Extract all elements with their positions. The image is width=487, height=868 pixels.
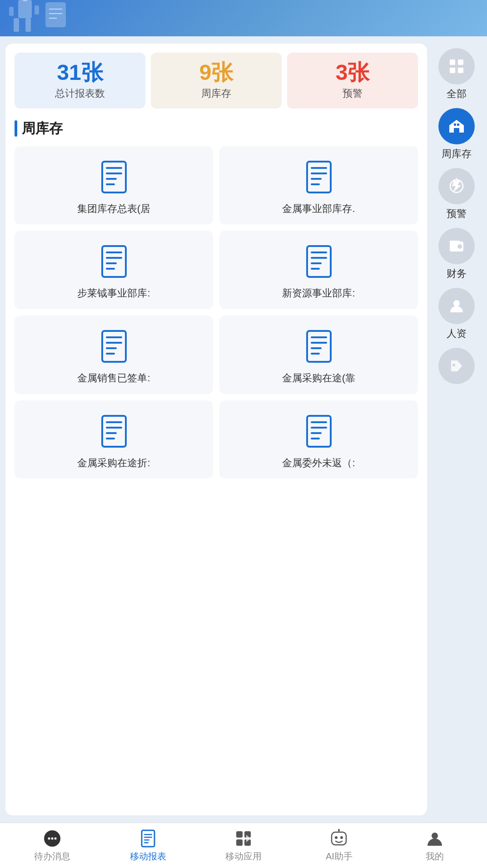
svg-rect-20 (102, 246, 126, 277)
stat-number-alert: 3张 (293, 61, 412, 85)
svg-rect-35 (307, 331, 331, 362)
nav-item-ai[interactable]: AI助手 (291, 829, 387, 863)
svg-rect-72 (144, 842, 149, 843)
sidebar-circle-finance (438, 228, 475, 264)
section-header: 周库存 (15, 119, 418, 138)
svg-rect-52 (450, 68, 455, 73)
bottom-nav: 待办消息 移动报表 移动应用 (0, 823, 487, 868)
stat-card-total[interactable]: 31张 总计报表数 (15, 53, 145, 108)
report-name-4: 新资源事业部库: (282, 287, 355, 300)
svg-rect-53 (458, 68, 463, 73)
sidebar-item-alert[interactable]: 预警 (438, 168, 475, 221)
report-icon-5 (98, 328, 130, 365)
svg-rect-43 (106, 432, 117, 434)
report-item[interactable]: 新资源事业部库: (219, 231, 418, 309)
svg-rect-60 (457, 244, 462, 249)
chat-icon (42, 829, 62, 848)
svg-point-65 (48, 838, 50, 840)
report-item[interactable]: 金属事业部库存. (219, 146, 418, 225)
svg-rect-23 (106, 262, 117, 264)
ai-icon (329, 829, 349, 848)
svg-rect-47 (311, 427, 327, 429)
apps-icon (234, 829, 253, 848)
report-item[interactable]: 金属销售已签单: (15, 316, 213, 394)
report-icon-7 (98, 413, 130, 449)
svg-rect-32 (106, 342, 122, 344)
report-item[interactable]: 集团库存总表(居 (15, 146, 213, 225)
svg-rect-69 (144, 834, 152, 835)
svg-rect-42 (106, 427, 122, 429)
sidebar-circle-alert (438, 168, 475, 204)
stat-label-weekly: 周库存 (156, 87, 276, 100)
svg-rect-25 (307, 246, 331, 277)
svg-rect-4 (9, 7, 14, 16)
svg-rect-12 (106, 173, 122, 174)
sidebar-item-tag[interactable] (438, 348, 475, 387)
svg-rect-44 (106, 438, 115, 439)
nav-label-apps: 移动应用 (225, 850, 262, 863)
svg-rect-68 (142, 830, 154, 847)
sidebar-label-all: 全部 (447, 87, 467, 101)
report-item[interactable]: 金属委外未返（: (219, 400, 418, 479)
nav-label-ai: AI助手 (326, 850, 353, 863)
report-icon-8 (303, 413, 335, 449)
nav-item-profile[interactable]: 我的 (387, 829, 482, 863)
sidebar-circle-all (438, 48, 475, 84)
user-icon (425, 829, 445, 848)
svg-point-67 (55, 838, 57, 840)
report-item[interactable]: 步莱钺事业部库: (15, 231, 213, 309)
report-item[interactable]: 金属采购在途(靠 (219, 316, 418, 394)
report-name-1: 集团库存总表(居 (77, 202, 150, 216)
sidebar-item-finance[interactable]: 财务 (438, 228, 475, 281)
report-icon-2 (303, 159, 335, 195)
svg-rect-31 (106, 336, 122, 338)
sidebar-item-hr[interactable]: 人资 (438, 288, 475, 340)
top-banner (0, 0, 487, 36)
report-name-8: 金属委外未返（: (282, 457, 355, 470)
stat-card-alert[interactable]: 3张 预警 (287, 53, 418, 108)
house-icon (447, 117, 466, 135)
svg-rect-18 (311, 178, 322, 180)
svg-rect-34 (106, 353, 115, 355)
svg-rect-54 (454, 128, 456, 130)
nav-item-reports[interactable]: 移动报表 (100, 829, 195, 863)
svg-rect-37 (311, 342, 327, 344)
report-icon-4 (303, 243, 335, 280)
stat-number-total: 31张 (20, 61, 140, 85)
report-name-2: 金属事业部库存. (282, 202, 355, 216)
report-icon (138, 829, 158, 848)
nav-label-profile: 我的 (426, 850, 444, 863)
section-bar (15, 120, 17, 137)
stats-row: 31张 总计报表数 9张 周库存 3张 预警 (15, 53, 418, 108)
sidebar-item-all[interactable]: 全部 (438, 48, 475, 101)
sidebar-item-weekly[interactable]: 周库存 (438, 108, 475, 161)
report-name-3: 步莱钺事业部库: (77, 287, 150, 300)
main-layout: 31张 总计报表数 9张 周库存 3张 预警 周库存 (0, 36, 487, 861)
svg-point-62 (453, 300, 460, 306)
svg-rect-14 (106, 183, 115, 185)
report-icon-6 (303, 328, 335, 365)
svg-rect-0 (18, 0, 32, 18)
svg-rect-24 (106, 268, 115, 270)
svg-rect-41 (106, 421, 122, 423)
svg-rect-16 (311, 167, 327, 169)
nav-item-apps[interactable]: 移动应用 (196, 829, 291, 863)
report-item[interactable]: 金属采购在途折: (15, 400, 213, 479)
stat-card-weekly[interactable]: 9张 周库存 (151, 53, 282, 108)
svg-rect-71 (144, 839, 149, 841)
content-card: 31张 总计报表数 9张 周库存 3张 预警 周库存 (5, 44, 427, 815)
grid-icon (447, 57, 466, 75)
svg-rect-40 (102, 416, 126, 447)
svg-rect-30 (102, 331, 126, 362)
svg-rect-38 (311, 347, 322, 349)
svg-rect-22 (106, 257, 122, 259)
nav-item-messages[interactable]: 待办消息 (5, 829, 100, 863)
svg-rect-28 (311, 262, 322, 264)
svg-rect-2 (14, 18, 19, 32)
alert-icon (447, 177, 466, 195)
wallet-icon (447, 237, 466, 255)
stat-label-alert: 预警 (293, 87, 412, 100)
tag-icon (447, 357, 466, 375)
svg-rect-57 (457, 123, 459, 126)
report-name-6: 金属采购在途(靠 (282, 372, 355, 385)
